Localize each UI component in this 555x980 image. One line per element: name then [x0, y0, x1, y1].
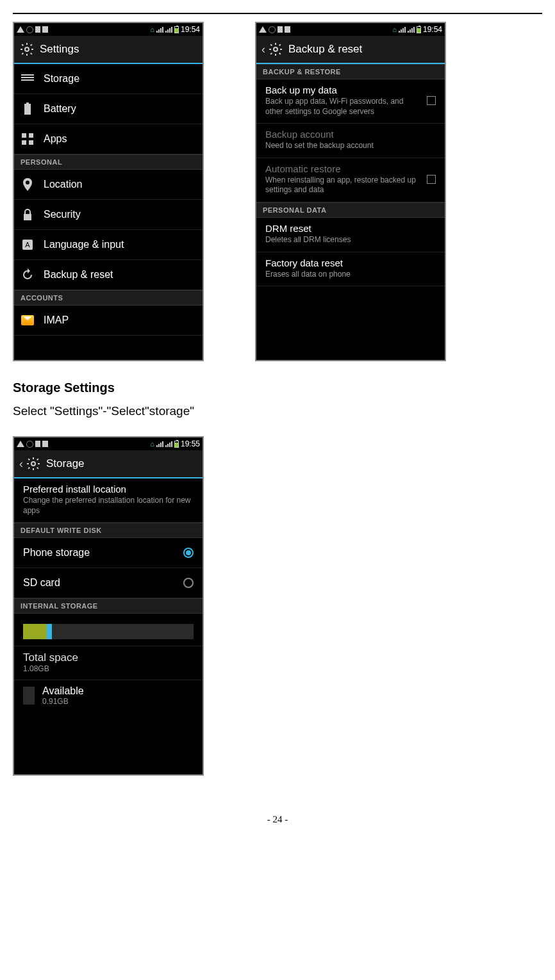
signal-icon — [399, 27, 406, 33]
status-bar: ⌂ 19:54 — [256, 23, 445, 36]
section-personal-data: PERSONAL DATA — [256, 202, 445, 218]
section-backup-restore: BACKUP & RESTORE — [256, 64, 445, 79]
phone-backup: ⌂ 19:54 ‹ Backup & reset BACKUP & RESTOR… — [255, 22, 446, 361]
sync-icon — [26, 441, 33, 448]
radio-phone-storage[interactable]: Phone storage — [14, 538, 203, 568]
status-left — [17, 26, 48, 33]
item-storage[interactable]: Storage — [14, 64, 203, 94]
item-title: Back up my data — [265, 85, 420, 95]
checkbox[interactable] — [427, 96, 436, 105]
section-internal-storage: INTERNAL STORAGE — [14, 598, 203, 614]
bluetooth-icon: ⌂ — [392, 26, 397, 33]
title-bar: Settings — [14, 36, 203, 64]
item-label: Apps — [44, 133, 67, 145]
section-default-disk: DEFAULT WRITE DISK — [14, 523, 203, 538]
svg-rect-6 — [22, 133, 26, 138]
phone-settings: ⌂ 19:54 Settings Storage Battery Apps — [13, 22, 204, 361]
usb-icon — [278, 26, 283, 33]
item-label: Backup & reset — [44, 269, 113, 281]
svg-rect-11 — [24, 214, 31, 220]
signal-icon — [156, 27, 163, 33]
status-left — [17, 441, 48, 448]
backup-icon — [21, 268, 35, 282]
status-left — [259, 26, 290, 33]
item-drm-reset[interactable]: DRM reset Deletes all DRM licenses — [256, 218, 445, 252]
settings-icon — [268, 42, 283, 57]
item-title: Preferred install location — [23, 484, 194, 494]
item-label: Language & input — [44, 239, 124, 250]
sd-icon — [285, 26, 290, 33]
screenshot-row-1: ⌂ 19:54 Settings Storage Battery Apps — [13, 22, 542, 361]
svg-rect-5 — [26, 102, 29, 104]
item-apps[interactable]: Apps — [14, 124, 203, 154]
item-label: IMAP — [44, 314, 69, 326]
doc-heading: Storage Settings — [13, 380, 542, 395]
status-right: ⌂ 19:55 — [150, 439, 200, 448]
usage-segment-other — [47, 624, 52, 639]
item-title: Factory data reset — [265, 257, 436, 268]
item-backup-data[interactable]: Back up my data Back up app data, Wi-Fi … — [256, 79, 445, 124]
svg-point-14 — [274, 47, 278, 51]
signal-icon-2 — [165, 27, 172, 33]
item-preferred-location[interactable]: Preferred install location Change the pr… — [14, 478, 203, 523]
item-backup-account[interactable]: Backup account Need to set the backup ac… — [256, 124, 445, 158]
clock: 19:55 — [181, 439, 200, 448]
settings-icon — [19, 42, 35, 57]
item-imap[interactable]: IMAP — [14, 306, 203, 336]
total-value: 1.08GB — [23, 664, 194, 673]
item-desc: When reinstalling an app, restore backed… — [265, 176, 420, 195]
radio-button[interactable] — [183, 578, 194, 588]
page-title: Settings — [40, 43, 79, 56]
storage-list: Preferred install location Change the pr… — [14, 478, 203, 774]
title-bar[interactable]: ‹ Backup & reset — [256, 36, 445, 64]
signal-icon-2 — [165, 441, 172, 447]
item-desc: Back up app data, Wi-Fi passwords, and o… — [265, 97, 420, 117]
item-available[interactable]: Available 0.91GB — [14, 680, 203, 711]
warning-icon — [17, 441, 24, 447]
status-right: ⌂ 19:54 — [392, 25, 442, 34]
title-bar[interactable]: ‹ Storage — [14, 450, 203, 478]
sync-icon — [26, 26, 33, 33]
item-desc: Change the preferred installation locati… — [23, 496, 194, 516]
item-backup-reset[interactable]: Backup & reset — [14, 260, 203, 290]
apps-icon — [21, 132, 35, 146]
item-language[interactable]: A Language & input — [14, 230, 203, 260]
svg-point-10 — [26, 181, 29, 184]
usage-segment-apps — [23, 624, 47, 639]
item-location[interactable]: Location — [14, 170, 203, 200]
warning-icon — [259, 26, 267, 33]
item-battery[interactable]: Battery — [14, 94, 203, 124]
language-icon: A — [21, 238, 35, 252]
item-title: Backup account — [265, 129, 436, 140]
item-total-space[interactable]: Total space 1.08GB — [14, 646, 203, 680]
settings-list: Storage Battery Apps PERSONAL Location S… — [14, 64, 203, 360]
radio-sd-card[interactable]: SD card — [14, 568, 203, 598]
item-auto-restore[interactable]: Automatic restore When reinstalling an a… — [256, 158, 445, 202]
section-personal: PERSONAL — [14, 154, 203, 170]
item-label: Location — [44, 179, 83, 190]
backup-list: BACKUP & RESTORE Back up my data Back up… — [256, 64, 445, 360]
bluetooth-icon: ⌂ — [150, 26, 154, 33]
battery-icon — [21, 102, 35, 116]
page-number: - 24 - — [13, 814, 542, 825]
lock-icon — [21, 208, 35, 222]
item-security[interactable]: Security — [14, 200, 203, 230]
svg-point-0 — [25, 47, 29, 51]
battery-icon — [174, 441, 179, 448]
total-label: Total space — [23, 651, 194, 664]
radio-button[interactable] — [183, 548, 194, 558]
item-desc: Deletes all DRM licenses — [265, 235, 436, 245]
checkbox[interactable] — [427, 175, 436, 184]
back-icon[interactable]: ‹ — [19, 457, 23, 471]
svg-rect-8 — [22, 140, 26, 145]
item-factory-reset[interactable]: Factory data reset Erases all data on ph… — [256, 252, 445, 287]
back-icon[interactable]: ‹ — [261, 43, 265, 56]
clock: 19:54 — [181, 25, 200, 34]
item-desc: Need to set the backup account — [265, 141, 436, 151]
available-swatch — [23, 687, 35, 705]
doc-text: Select "Settings"-"Select"storage" — [13, 404, 542, 418]
signal-icon — [156, 441, 163, 447]
signal-icon-2 — [408, 27, 415, 33]
page-title: Backup & reset — [288, 43, 362, 56]
top-rule — [13, 13, 542, 14]
